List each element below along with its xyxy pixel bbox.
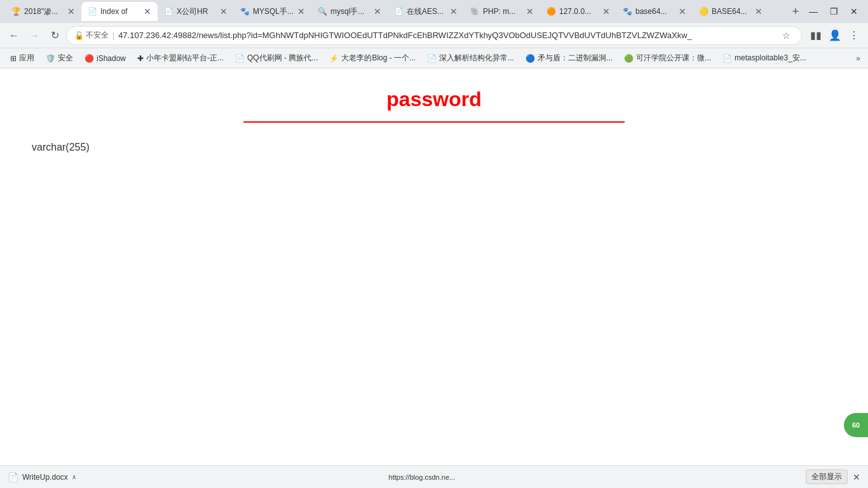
tab-label: BASE64...	[712, 7, 751, 16]
address-actions: ☆	[778, 28, 794, 43]
bookmark-favicon: 📄	[722, 54, 732, 63]
tab-tab9[interactable]: 🐾 base64... ✕	[616, 2, 693, 21]
tab-tab7[interactable]: 🐘 PHP: m... ✕	[464, 2, 540, 21]
download-filename: WriteUp.docx	[22, 473, 68, 482]
addressbar-row: ← → ↻ 🔓 不安全 | 47.107.236.42:49882/news/l…	[0, 23, 868, 48]
bookmark-label: 可汗学院公开课：微...	[636, 53, 711, 64]
tab-tab4[interactable]: 🐾 MYSQL手... ✕	[234, 2, 311, 21]
bookmark-favicon: 📄	[235, 54, 245, 63]
bookmark-label: QQ代刷网 - 腾族代...	[247, 53, 318, 64]
tab-close-icon[interactable]: ✕	[144, 7, 151, 16]
tab-close-icon[interactable]: ✕	[67, 7, 75, 16]
bookmark-label: iShadow	[97, 54, 126, 63]
tab-label: 在线AES...	[407, 6, 446, 17]
bookmarks-bar: ⊞应用🛡️安全🔴iShadow✚小年卡盟刷钻平台-正...📄QQ代刷网 - 腾族…	[0, 48, 868, 69]
url-display: 47.107.236.42:49882/news/list.php?id=MGh…	[118, 30, 775, 40]
bottom-close-button[interactable]: ✕	[853, 472, 860, 482]
bookmark-favicon: 📄	[427, 54, 437, 63]
show-all-button[interactable]: 全部显示	[806, 470, 848, 484]
forward-button[interactable]: →	[25, 27, 43, 44]
tab-close-icon[interactable]: ✕	[374, 7, 381, 16]
menu-button[interactable]: ⋮	[845, 27, 863, 44]
bookmark-favicon: 🔵	[526, 54, 535, 63]
tab-close-icon[interactable]: ✕	[450, 7, 458, 16]
float-badge[interactable]: 60	[844, 413, 868, 437]
bottom-right: 全部显示 ✕	[806, 470, 860, 484]
bookmark-favicon: ⊞	[10, 54, 17, 63]
bookmark-label: metasploitable3_安...	[735, 53, 806, 64]
bookmark-favicon: ⚡	[329, 54, 339, 63]
bookmark-item[interactable]: 🛡️安全	[41, 51, 78, 66]
tab-close-icon[interactable]: ✕	[602, 7, 610, 16]
tab-close-icon[interactable]: ✕	[755, 7, 763, 16]
tab-favicon: 🏆	[11, 7, 20, 16]
tab-label: base64...	[635, 7, 675, 16]
tab-close-icon[interactable]: ✕	[297, 7, 305, 16]
tab-tab6[interactable]: 📄 在线AES... ✕	[388, 2, 464, 21]
tab-tab3[interactable]: 📄 X公司HR ✕	[158, 2, 234, 21]
bookmark-label: 大老李的Blog - 一个...	[341, 53, 416, 64]
bookmark-item[interactable]: ⚡大老李的Blog - 一个...	[324, 51, 421, 66]
titlebar: 🏆 2018"渗... ✕ 📄 Index of ✕ 📄 X公司HR ✕ 🐾 M…	[0, 0, 868, 23]
tab-label: PHP: m...	[483, 7, 522, 16]
tab-favicon: 🟠	[546, 7, 555, 16]
page-content: password varchar(255)	[0, 69, 868, 465]
bookmark-star-button[interactable]: ☆	[778, 28, 794, 43]
download-item[interactable]: 📄 WriteUp.docx ∧	[8, 472, 76, 482]
bookmark-item[interactable]: 📄深入解析结构化异常...	[422, 51, 519, 66]
bookmark-label: 矛与盾：二进制漏洞...	[538, 53, 613, 64]
tab-favicon: 📄	[88, 7, 97, 16]
tab-tab2[interactable]: 📄 Index of ✕	[81, 2, 158, 21]
toolbar-right: ▮▮ 👤 ⋮	[807, 27, 863, 44]
window-controls: — ❐ ✕	[804, 3, 863, 20]
bookmark-item[interactable]: 🟢可汗学院公开课：微...	[619, 51, 716, 66]
download-file-icon: 📄	[8, 472, 18, 482]
tab-close-icon[interactable]: ✕	[679, 7, 686, 16]
tab-tab1[interactable]: 🏆 2018"渗... ✕	[5, 2, 81, 21]
maximize-button[interactable]: ❐	[825, 3, 843, 20]
bookmark-favicon: 🟢	[624, 54, 634, 63]
tab-label: X公司HR	[177, 6, 216, 17]
tab-label: 2018"渗...	[24, 6, 64, 17]
bookmark-item[interactable]: ✚小年卡盟刷钻平台-正...	[132, 51, 229, 66]
more-bookmarks-button[interactable]: »	[853, 53, 863, 64]
page-body-text: varchar(255)	[32, 142, 843, 153]
bookmark-favicon: 🔴	[85, 54, 94, 63]
bookmark-item[interactable]: ⊞应用	[5, 51, 39, 66]
lock-icon: 🔓	[74, 31, 84, 40]
status-url: https://blog.csdn.ne...	[389, 473, 456, 481]
tab-label: 127.0.0...	[559, 7, 599, 16]
screenshot-button[interactable]: ▮▮	[807, 27, 825, 44]
bookmark-label: 应用	[19, 53, 34, 64]
download-expand-icon[interactable]: ∧	[72, 473, 76, 480]
bookmark-item[interactable]: 🔴iShadow	[79, 51, 131, 66]
tab-tab10[interactable]: 🟡 BASE64... ✕	[693, 2, 769, 21]
minimize-button[interactable]: —	[804, 3, 822, 20]
back-button[interactable]: ←	[5, 27, 23, 44]
page-heading: password	[25, 88, 843, 111]
refresh-button[interactable]: ↻	[46, 27, 64, 44]
tab-favicon: 🐘	[470, 7, 479, 16]
bookmark-favicon: 🛡️	[46, 54, 55, 63]
bookmark-item[interactable]: 📄QQ代刷网 - 腾族代...	[230, 51, 323, 66]
tab-tab5[interactable]: 🔍 mysql手... ✕	[311, 2, 388, 21]
tab-tab8[interactable]: 🟠 127.0.0... ✕	[540, 2, 616, 21]
bookmark-label: 小年卡盟刷钻平台-正...	[146, 53, 224, 64]
tab-close-icon[interactable]: ✕	[526, 7, 534, 16]
bookmark-favicon: ✚	[137, 54, 144, 63]
address-bar[interactable]: 🔓 不安全 | 47.107.236.42:49882/news/list.ph…	[66, 26, 802, 45]
bookmark-label: 深入解析结构化异常...	[439, 53, 514, 64]
tab-favicon: 📄	[164, 7, 173, 16]
heading-underline	[243, 121, 625, 123]
bookmark-item[interactable]: 🔵矛与盾：二进制漏洞...	[520, 51, 618, 66]
bookmark-item[interactable]: 📄metasploitable3_安...	[717, 51, 811, 66]
new-tab-button[interactable]: +	[787, 3, 804, 20]
close-button[interactable]: ✕	[845, 3, 863, 20]
bottom-bar: 📄 WriteUp.docx ∧ https://blog.csdn.ne...…	[0, 465, 868, 488]
tab-label: MYSQL手...	[253, 6, 294, 17]
tab-favicon: 🔍	[318, 7, 327, 16]
security-label: 不安全	[86, 30, 109, 41]
profile-button[interactable]: 👤	[826, 27, 844, 44]
security-badge: 🔓 不安全	[74, 30, 109, 41]
tab-close-icon[interactable]: ✕	[220, 7, 227, 16]
